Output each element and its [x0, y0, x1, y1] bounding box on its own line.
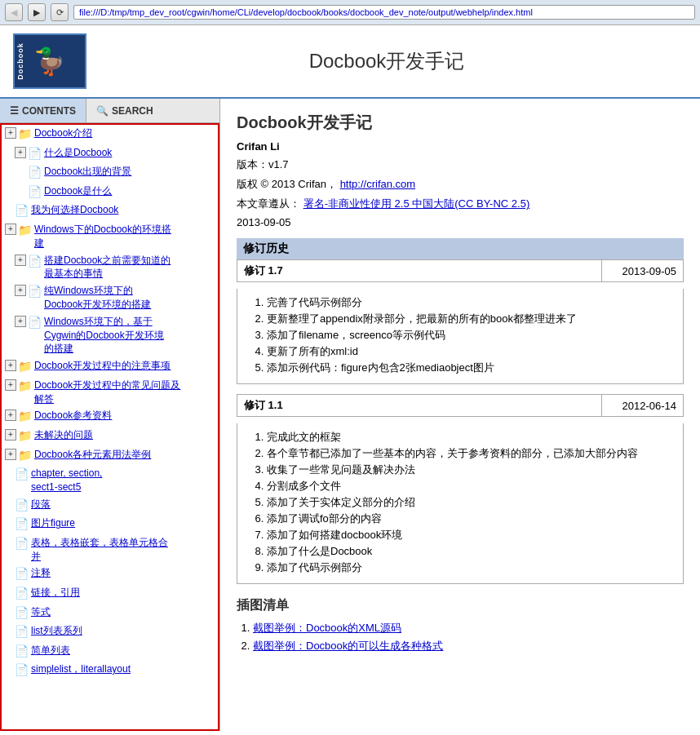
doc-icon: 📄: [15, 516, 29, 533]
folder-icon: 📁: [18, 428, 32, 445]
tree-label[interactable]: 什么是Docbook: [44, 146, 215, 160]
refresh-button[interactable]: ⟳: [51, 3, 69, 21]
toggle-icon[interactable]: +: [5, 127, 16, 139]
toggle-icon[interactable]: +: [15, 255, 26, 266]
toggle-icon[interactable]: +: [5, 224, 16, 235]
tree-label[interactable]: Windows下的Docbook的环境搭建: [34, 223, 215, 250]
tree-item-figure[interactable]: 📄 图片figure: [2, 515, 218, 534]
tree-label[interactable]: 简单列表: [31, 644, 215, 658]
list-item: 添加了调试fo部分的内容: [267, 511, 670, 526]
doc-icon: 📄: [15, 586, 29, 602]
toggle-icon[interactable]: +: [5, 360, 16, 371]
list-item: 收集了一些常见问题及解决办法: [267, 463, 670, 477]
list-item: 添加了如何搭建docbook环境: [267, 528, 670, 542]
doc-icon: 📄: [15, 203, 29, 219]
tree-item-why-docbook[interactable]: 📄 我为何选择Docbook: [2, 201, 218, 221]
tree-item-cygwin-env[interactable]: + 📄 Windows环境下的，基于Cygwin的Docbook开发环境的搭建: [2, 313, 218, 357]
content-copyright: 版权 © 2013 Crifan， http://crifan.com: [237, 177, 684, 192]
copyright-link[interactable]: http://crifan.com: [340, 178, 415, 190]
tree-label[interactable]: 链接，引用: [31, 586, 215, 600]
tree-item-table[interactable]: 📄 表格，表格嵌套，表格单元格合并: [2, 534, 218, 565]
tree-item-before-setup[interactable]: + 📄 搭建Docbook之前需要知道的最基本的事情: [2, 252, 218, 283]
tree-item-link[interactable]: 📄 链接，引用: [2, 584, 218, 604]
tree-label[interactable]: Windows环境下的，基于Cygwin的Docbook开发环境的搭建: [44, 315, 215, 356]
tree-item-list[interactable]: 📄 list列表系列: [2, 622, 218, 642]
rev-date: 2012-06-14: [602, 395, 684, 417]
tree-label[interactable]: 等式: [31, 605, 215, 619]
tree-label[interactable]: Docbook是什么: [44, 184, 215, 198]
address-bar[interactable]: file:///D:/tmp/tmp_dev_root/cgwin/home/C…: [73, 5, 695, 20]
tree-item-paragraph[interactable]: 📄 段落: [2, 496, 218, 516]
tree-item-examples[interactable]: + 📁 Docbook各种元素用法举例: [2, 446, 218, 466]
revision-table-2: 修订 1.1 2012-06-14: [237, 394, 684, 417]
license-link[interactable]: 署名-非商业性使用 2.5 中国大陆(CC BY-NC 2.5): [303, 197, 530, 210]
rev-number: 修订 1.1: [237, 395, 602, 417]
doc-icon: 📄: [15, 498, 29, 514]
doc-icon: 📄: [15, 644, 29, 660]
tree-item-simplelist[interactable]: 📄 简单列表: [2, 642, 218, 662]
tree-item-docbook-intro[interactable]: + 📁 Docbook介绍: [2, 125, 218, 144]
tree-item-reference[interactable]: + 📁 Docbook参考资料: [2, 407, 218, 427]
search-tab[interactable]: 🔍 SEARCH: [86, 99, 163, 122]
tree-item-faq[interactable]: + 📁 Docbook开发过程中的常见问题及解答: [2, 377, 218, 408]
toggle-icon[interactable]: +: [15, 285, 26, 296]
toggle-icon[interactable]: +: [5, 449, 16, 460]
toggle-icon[interactable]: +: [5, 379, 16, 391]
doc-icon: 📄: [15, 662, 29, 679]
doc-icon: 📄: [15, 566, 29, 582]
tree-item-docbook-bg[interactable]: 📄 Docbook出现的背景: [2, 163, 218, 183]
doc-icon: 📄: [15, 467, 29, 483]
tree-label[interactable]: simplelist，literallayout: [31, 662, 215, 676]
list-item: 添加了什么是Docbook: [267, 544, 670, 559]
figure-link-2[interactable]: 截图举例：Docbook的可以生成各种格式: [253, 640, 443, 652]
tree-label[interactable]: 图片figure: [31, 516, 215, 530]
folder-icon: 📁: [18, 379, 32, 395]
forward-button[interactable]: ▶: [28, 3, 46, 21]
toggle-icon[interactable]: +: [15, 316, 26, 327]
tree-label[interactable]: 我为何选择Docbook: [31, 203, 215, 217]
tree-label[interactable]: 注释: [31, 566, 215, 580]
figure-link-1[interactable]: 截图举例：Docbook的XML源码: [253, 622, 401, 634]
rev-number: 修订 1.7: [237, 260, 602, 282]
doc-icon: 📄: [28, 165, 42, 181]
toggle-icon[interactable]: +: [15, 147, 26, 158]
content-license: 本文章遵从： 署名-非商业性使用 2.5 中国大陆(CC BY-NC 2.5): [237, 197, 684, 211]
tree-item-note[interactable]: 📄 注释: [2, 565, 218, 584]
tree-item-docbook-is[interactable]: 📄 Docbook是什么: [2, 183, 218, 202]
doc-icon: 📄: [28, 184, 42, 201]
tree-label[interactable]: 表格，表格嵌套，表格单元格合并: [31, 536, 215, 564]
tree-item-unresolved[interactable]: + 📁 未解决的问题: [2, 427, 218, 446]
doc-icon: 📄: [15, 605, 29, 622]
rev-date: 2013-09-05: [602, 260, 684, 282]
tree-label[interactable]: 纯Windows环境下的Docbook开发环境的搭建: [44, 284, 215, 312]
page-header: Docbook 🦆 Docbook开发手记: [0, 25, 700, 99]
tree-item-what-is-docbook[interactable]: + 📄 什么是Docbook: [2, 144, 218, 164]
tree-item-simplelist2[interactable]: 📄 simplelist，literallayout: [2, 661, 218, 680]
tree-label[interactable]: Docbook参考资料: [34, 409, 215, 423]
list-item: 各个章节都已添加了一些基本的内容，关于参考资料的部分，已添加大部分内容: [267, 446, 670, 461]
tree-label[interactable]: list列表系列: [31, 624, 215, 638]
tree-label[interactable]: Docbook出现的背景: [44, 165, 215, 179]
tree-item-dev-notes[interactable]: + 📁 Docbook开发过程中的注意事项: [2, 357, 218, 377]
content-version: 版本：v1.7: [237, 157, 684, 172]
tree-item-windows-env[interactable]: + 📁 Windows下的Docbook的环境搭建: [2, 221, 218, 252]
tree-item-pure-windows[interactable]: + 📄 纯Windows环境下的Docbook开发环境的搭建: [2, 282, 218, 313]
logo-inner: Docbook 🦆: [15, 35, 85, 87]
doc-icon: 📄: [15, 624, 29, 640]
tree-label[interactable]: Docbook开发过程中的常见问题及解答: [34, 379, 215, 406]
back-button[interactable]: ◀: [5, 3, 23, 21]
tree-label[interactable]: 段落: [31, 498, 215, 511]
tree-label[interactable]: chapter, section,sect1-sect5: [31, 467, 215, 494]
toggle-icon[interactable]: +: [5, 410, 16, 421]
tree-label[interactable]: Docbook开发过程中的注意事项: [34, 359, 215, 373]
toggle-icon[interactable]: +: [5, 429, 16, 441]
contents-tab[interactable]: ☰ CONTENTS: [0, 99, 86, 122]
tree-label[interactable]: 未解决的问题: [34, 428, 215, 442]
tree-label[interactable]: Docbook介绍: [34, 126, 215, 140]
tree-item-style[interactable]: 📄 等式: [2, 604, 218, 623]
revision-table-1: 修订 1.7 2013-09-05: [237, 259, 684, 282]
tree-label[interactable]: 搭建Docbook之前需要知道的最基本的事情: [44, 254, 215, 281]
figure-list: 截图举例：Docbook的XML源码 截图举例：Docbook的可以生成各种格式: [237, 621, 684, 653]
tree-label[interactable]: Docbook各种元素用法举例: [34, 448, 215, 462]
tree-item-chapter-section[interactable]: 📄 chapter, section,sect1-sect5: [2, 465, 218, 496]
